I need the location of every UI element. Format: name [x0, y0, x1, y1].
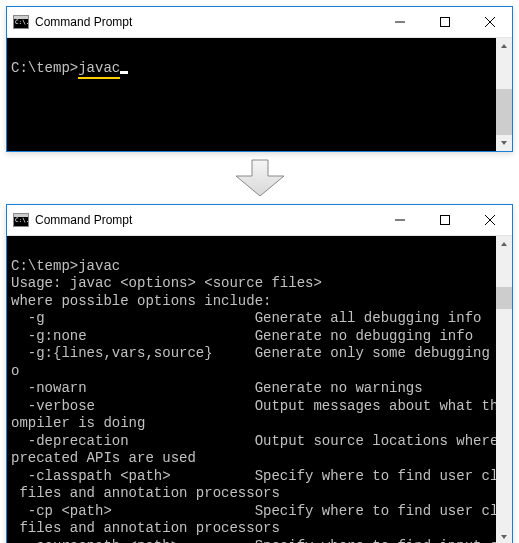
- cmd-icon: C:\.: [13, 213, 29, 227]
- scroll-up-button[interactable]: [496, 236, 512, 252]
- scrollbar-track[interactable]: [496, 54, 512, 135]
- prompt-prefix: C:\temp>: [11, 60, 78, 76]
- vertical-scrollbar[interactable]: [496, 38, 512, 151]
- typed-command: javac: [78, 60, 120, 79]
- maximize-button[interactable]: [422, 205, 467, 235]
- usage-line: Usage: javac <options> <source files>: [11, 275, 322, 291]
- vertical-scrollbar[interactable]: [496, 236, 512, 543]
- maximize-button[interactable]: [422, 7, 467, 37]
- minimize-button[interactable]: [377, 205, 422, 235]
- scroll-up-button[interactable]: [496, 38, 512, 54]
- svg-marker-4: [501, 44, 507, 48]
- minimize-button[interactable]: [377, 7, 422, 37]
- svg-marker-10: [501, 242, 507, 246]
- prompt-prefix: C:\temp>: [11, 258, 78, 274]
- where-line: where possible options include:: [11, 293, 271, 309]
- scrollbar-thumb[interactable]: [496, 287, 512, 309]
- scroll-down-button[interactable]: [496, 135, 512, 151]
- close-button[interactable]: [467, 205, 512, 235]
- flow-arrow: [6, 152, 513, 204]
- options-block: -g Generate all debugging info -g:none G…: [11, 310, 512, 543]
- window-bottom: C:\. Command Prompt C:\temp>javac Usage:…: [6, 204, 513, 543]
- close-button[interactable]: [467, 7, 512, 37]
- cmd-icon: C:\.: [13, 15, 29, 29]
- terminal-output[interactable]: C:\temp>javac: [7, 38, 512, 151]
- terminal-output[interactable]: C:\temp>javac Usage: javac <options> <so…: [7, 236, 512, 543]
- arrow-down-icon: [232, 158, 288, 198]
- scroll-down-button[interactable]: [496, 529, 512, 543]
- typed-command: javac: [78, 258, 120, 274]
- svg-marker-11: [501, 535, 507, 539]
- svg-marker-5: [501, 141, 507, 145]
- svg-rect-7: [440, 216, 449, 225]
- svg-rect-1: [440, 18, 449, 27]
- text-cursor: [120, 71, 128, 74]
- window-title: Command Prompt: [35, 213, 132, 227]
- scrollbar-track[interactable]: [496, 252, 512, 529]
- titlebar[interactable]: C:\. Command Prompt: [7, 7, 512, 38]
- titlebar[interactable]: C:\. Command Prompt: [7, 205, 512, 236]
- window-top: C:\. Command Prompt C:\temp>javac: [6, 6, 513, 152]
- window-title: Command Prompt: [35, 15, 132, 29]
